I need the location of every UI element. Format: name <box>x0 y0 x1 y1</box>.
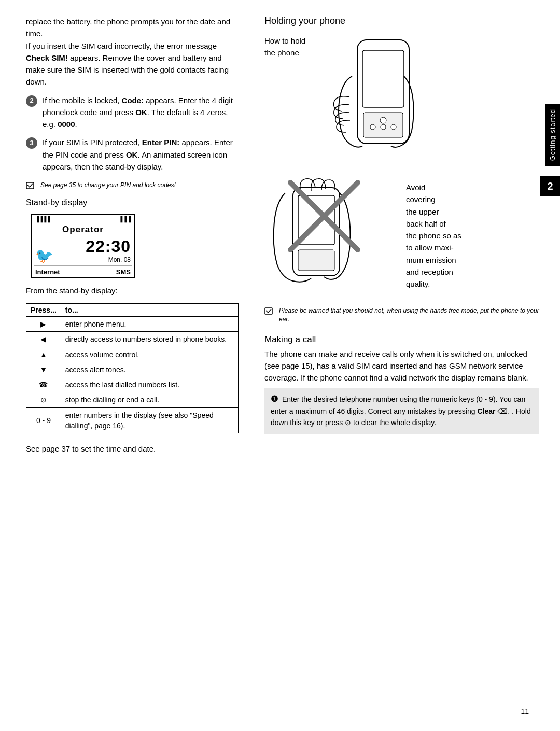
phone-screen-mockup: ▐▐▐▐ ▐▐▐ Operator 🐦 22:30 Mon. 08 Intern… <box>31 214 135 278</box>
screen-divider <box>34 265 132 266</box>
screen-main-area: 🐦 22:30 Mon. 08 <box>32 236 134 264</box>
check-sim-bold: Check SIM! <box>26 53 68 62</box>
shaded-end-icon: ⊙ <box>345 418 353 427</box>
to-cell: access alert tones. <box>61 362 238 377</box>
note-icon <box>26 181 36 190</box>
hands-free-text: Please be warned that you should not, wh… <box>279 306 539 324</box>
standby-label: Stand-by display <box>26 198 239 207</box>
note-pin-lock: See page 35 to change your PIN and lock … <box>26 181 239 190</box>
how-to-hold-label: How to holdthe phone <box>264 35 305 59</box>
screen-operator: Operator <box>32 223 134 236</box>
right-column: Holding your phone How to holdthe phone <box>254 0 560 731</box>
screen-battery: ▐▐▐ <box>119 216 131 222</box>
press-cell: ▲ <box>26 347 61 362</box>
table-header-to: to... <box>61 304 238 317</box>
press-cell: ⊙ <box>26 392 61 407</box>
table-row: ☎access the last dialled numbers list. <box>26 377 239 392</box>
step2-code: Code: <box>122 96 144 105</box>
hands-free-note: Please be warned that you should not, wh… <box>264 306 539 324</box>
step-3-number: 3 <box>26 137 37 149</box>
shaded-step-num: ❶ <box>271 395 278 403</box>
step2-ok: OK <box>135 108 147 117</box>
to-cell: enter numbers in the display (see also "… <box>61 407 238 433</box>
step3-enter-pin: Enter PIN: <box>142 138 180 147</box>
avoid-description: Avoidcoveringthe upperback half ofthe ph… <box>406 181 539 290</box>
shaded-instruction: ❶ Enter the desired telephone number usi… <box>264 388 539 433</box>
press-cell: ▶ <box>26 317 61 332</box>
step-2-number: 2 <box>26 95 37 107</box>
screen-bottom-bar: Internet SMS <box>32 267 134 277</box>
press-cell: ▼ <box>26 362 61 377</box>
note-icon-2 <box>264 307 275 315</box>
shaded-text-4: to clear the whole display. <box>353 418 436 427</box>
table-row: ◀directly access to numbers stored in ph… <box>26 332 239 347</box>
holding-title: Holding your phone <box>264 16 539 26</box>
to-cell: access the last dialled numbers list. <box>61 377 238 392</box>
table-row: ⊙stop the dialling or end a call. <box>26 392 239 407</box>
from-standby-text: From the stand-by display: <box>26 286 239 295</box>
svg-rect-10 <box>298 250 334 271</box>
step-2: 2 If the mobile is locked, Code: appears… <box>26 94 239 131</box>
left-column: replace the battery, the phone prompts y… <box>0 0 254 731</box>
intro-text: replace the battery, the phone prompts y… <box>26 16 239 88</box>
phone-hold-image <box>316 35 539 171</box>
svg-rect-2 <box>362 50 404 107</box>
side-tab-label: Getting started <box>545 104 560 166</box>
shaded-clear: Clear <box>477 407 495 415</box>
shaded-text-2: ⌫. <box>495 407 510 415</box>
page-number: 11 <box>521 707 529 715</box>
to-cell: stop the dialling or end a call. <box>61 392 238 407</box>
screen-top-bar: ▐▐▐▐ ▐▐▐ <box>32 215 134 223</box>
step-3-text: If your SIM is PIN protected, Enter PIN:… <box>43 136 239 173</box>
press-table: Press... to... ▶enter phone menu.◀direct… <box>26 303 239 433</box>
avoid-area: Avoidcoveringthe upperback half ofthe ph… <box>264 177 539 298</box>
avoid-image <box>264 177 398 298</box>
to-cell: access volume control. <box>61 347 238 362</box>
svg-point-5 <box>370 124 375 130</box>
table-row: 0 - 9enter numbers in the display (see a… <box>26 407 239 433</box>
step2-default: 0000 <box>58 120 75 129</box>
svg-point-6 <box>381 124 386 130</box>
table-row: ▼access alert tones. <box>26 362 239 377</box>
see-page-37-text: See page 37 to set the time and date. <box>26 443 239 455</box>
side-tab-number: 2 <box>540 176 560 196</box>
screen-sms: SMS <box>116 268 131 276</box>
svg-point-4 <box>380 117 386 123</box>
screen-time: 22:30 <box>86 237 131 256</box>
to-cell: enter phone menu. <box>61 317 238 332</box>
step-3: 3 If your SIM is PIN protected, Enter PI… <box>26 136 239 173</box>
screen-signal: ▐▐▐▐ <box>35 216 49 222</box>
making-call-title: Making a call <box>264 334 539 345</box>
svg-point-7 <box>391 124 396 130</box>
table-header-press: Press... <box>26 304 61 317</box>
step-2-text: If the mobile is locked, Code: appears. … <box>43 94 239 131</box>
press-cell: ◀ <box>26 332 61 347</box>
making-call-section: Making a call The phone can make and rec… <box>264 334 539 434</box>
table-row: ▲access volume control. <box>26 347 239 362</box>
note-pin-text: See page 35 to change your PIN and lock … <box>40 181 176 190</box>
to-cell: directly access to numbers stored in pho… <box>61 332 238 347</box>
holding-area: How to holdthe phone <box>264 35 539 171</box>
press-cell: ☎ <box>26 377 61 392</box>
screen-bird-icon: 🐦 <box>35 249 53 263</box>
press-cell: 0 - 9 <box>26 407 61 433</box>
step3-ok: OK <box>126 150 138 159</box>
table-row: ▶enter phone menu. <box>26 317 239 332</box>
screen-date: Mon. 08 <box>86 256 131 263</box>
making-call-body: The phone can make and receive calls onl… <box>264 348 539 384</box>
page: replace the battery, the phone prompts y… <box>0 0 560 731</box>
screen-internet: Internet <box>35 268 60 276</box>
